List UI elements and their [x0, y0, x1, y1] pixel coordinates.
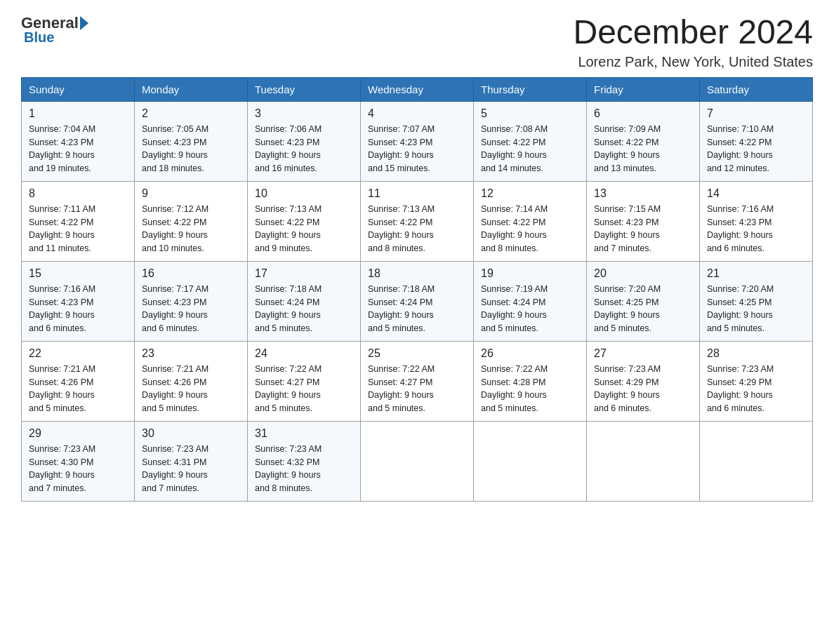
title-block: December 2024 Lorenz Park, New York, Uni… — [573, 14, 813, 70]
header-sunday: Sunday — [22, 77, 135, 101]
day-info: Sunrise: 7:23 AMSunset: 4:32 PMDaylight:… — [255, 443, 353, 495]
day-number: 24 — [255, 347, 353, 360]
day-number: 6 — [594, 107, 692, 120]
day-info: Sunrise: 7:20 AMSunset: 4:25 PMDaylight:… — [594, 283, 692, 335]
day-info: Sunrise: 7:13 AMSunset: 4:22 PMDaylight:… — [368, 203, 466, 255]
day-number: 29 — [29, 427, 127, 440]
day-number: 8 — [29, 187, 127, 200]
day-info: Sunrise: 7:21 AMSunset: 4:26 PMDaylight:… — [29, 363, 127, 415]
day-info: Sunrise: 7:23 AMSunset: 4:29 PMDaylight:… — [594, 363, 692, 415]
calendar-cell: 29Sunrise: 7:23 AMSunset: 4:30 PMDayligh… — [22, 421, 135, 501]
logo: General Blue — [21, 14, 90, 46]
day-number: 21 — [707, 267, 805, 280]
day-number: 2 — [142, 107, 240, 120]
day-info: Sunrise: 7:18 AMSunset: 4:24 PMDaylight:… — [255, 283, 353, 335]
calendar-cell — [361, 421, 474, 501]
day-number: 1 — [29, 107, 127, 120]
calendar-cell: 22Sunrise: 7:21 AMSunset: 4:26 PMDayligh… — [22, 341, 135, 421]
calendar-cell: 13Sunrise: 7:15 AMSunset: 4:23 PMDayligh… — [587, 181, 700, 261]
day-number: 5 — [481, 107, 579, 120]
calendar-table: SundayMondayTuesdayWednesdayThursdayFrid… — [21, 77, 813, 502]
day-info: Sunrise: 7:11 AMSunset: 4:22 PMDaylight:… — [29, 203, 127, 255]
header-tuesday: Tuesday — [248, 77, 361, 101]
calendar-cell: 1Sunrise: 7:04 AMSunset: 4:23 PMDaylight… — [22, 101, 135, 181]
day-info: Sunrise: 7:14 AMSunset: 4:22 PMDaylight:… — [481, 203, 579, 255]
day-number: 16 — [142, 267, 240, 280]
day-number: 31 — [255, 427, 353, 440]
day-info: Sunrise: 7:20 AMSunset: 4:25 PMDaylight:… — [707, 283, 805, 335]
day-number: 12 — [481, 187, 579, 200]
calendar-cell: 25Sunrise: 7:22 AMSunset: 4:27 PMDayligh… — [361, 341, 474, 421]
header-friday: Friday — [587, 77, 700, 101]
calendar-cell: 6Sunrise: 7:09 AMSunset: 4:22 PMDaylight… — [587, 101, 700, 181]
calendar-week-row: 1Sunrise: 7:04 AMSunset: 4:23 PMDaylight… — [22, 101, 813, 181]
calendar-cell: 23Sunrise: 7:21 AMSunset: 4:26 PMDayligh… — [135, 341, 248, 421]
header-saturday: Saturday — [700, 77, 813, 101]
day-number: 30 — [142, 427, 240, 440]
calendar-cell: 3Sunrise: 7:06 AMSunset: 4:23 PMDaylight… — [248, 101, 361, 181]
calendar-cell: 27Sunrise: 7:23 AMSunset: 4:29 PMDayligh… — [587, 341, 700, 421]
day-number: 9 — [142, 187, 240, 200]
calendar-cell: 7Sunrise: 7:10 AMSunset: 4:22 PMDaylight… — [700, 101, 813, 181]
calendar-header-row: SundayMondayTuesdayWednesdayThursdayFrid… — [22, 77, 813, 101]
calendar-cell: 28Sunrise: 7:23 AMSunset: 4:29 PMDayligh… — [700, 341, 813, 421]
day-number: 20 — [594, 267, 692, 280]
calendar-week-row: 15Sunrise: 7:16 AMSunset: 4:23 PMDayligh… — [22, 261, 813, 341]
day-info: Sunrise: 7:06 AMSunset: 4:23 PMDaylight:… — [255, 123, 353, 175]
calendar-cell: 24Sunrise: 7:22 AMSunset: 4:27 PMDayligh… — [248, 341, 361, 421]
day-number: 4 — [368, 107, 466, 120]
day-info: Sunrise: 7:16 AMSunset: 4:23 PMDaylight:… — [29, 283, 127, 335]
day-info: Sunrise: 7:21 AMSunset: 4:26 PMDaylight:… — [142, 363, 240, 415]
logo-arrow-icon — [80, 16, 88, 30]
day-info: Sunrise: 7:18 AMSunset: 4:24 PMDaylight:… — [368, 283, 466, 335]
day-number: 13 — [594, 187, 692, 200]
day-info: Sunrise: 7:23 AMSunset: 4:30 PMDaylight:… — [29, 443, 127, 495]
calendar-cell: 9Sunrise: 7:12 AMSunset: 4:22 PMDaylight… — [135, 181, 248, 261]
day-number: 26 — [481, 347, 579, 360]
day-number: 11 — [368, 187, 466, 200]
day-info: Sunrise: 7:16 AMSunset: 4:23 PMDaylight:… — [707, 203, 805, 255]
logo-blue-text: Blue — [24, 29, 54, 46]
header-thursday: Thursday — [474, 77, 587, 101]
day-info: Sunrise: 7:09 AMSunset: 4:22 PMDaylight:… — [594, 123, 692, 175]
calendar-week-row: 22Sunrise: 7:21 AMSunset: 4:26 PMDayligh… — [22, 341, 813, 421]
calendar-cell: 10Sunrise: 7:13 AMSunset: 4:22 PMDayligh… — [248, 181, 361, 261]
calendar-cell: 5Sunrise: 7:08 AMSunset: 4:22 PMDaylight… — [474, 101, 587, 181]
calendar-cell: 26Sunrise: 7:22 AMSunset: 4:28 PMDayligh… — [474, 341, 587, 421]
calendar-cell: 31Sunrise: 7:23 AMSunset: 4:32 PMDayligh… — [248, 421, 361, 501]
month-title: December 2024 — [573, 14, 813, 51]
day-number: 18 — [368, 267, 466, 280]
header-wednesday: Wednesday — [361, 77, 474, 101]
calendar-cell: 17Sunrise: 7:18 AMSunset: 4:24 PMDayligh… — [248, 261, 361, 341]
day-number: 27 — [594, 347, 692, 360]
day-info: Sunrise: 7:19 AMSunset: 4:24 PMDaylight:… — [481, 283, 579, 335]
calendar-cell — [587, 421, 700, 501]
day-number: 3 — [255, 107, 353, 120]
calendar-cell — [700, 421, 813, 501]
calendar-cell: 14Sunrise: 7:16 AMSunset: 4:23 PMDayligh… — [700, 181, 813, 261]
day-info: Sunrise: 7:17 AMSunset: 4:23 PMDaylight:… — [142, 283, 240, 335]
page-header: General Blue December 2024 Lorenz Park, … — [21, 14, 813, 70]
day-number: 7 — [707, 107, 805, 120]
day-info: Sunrise: 7:12 AMSunset: 4:22 PMDaylight:… — [142, 203, 240, 255]
calendar-cell: 4Sunrise: 7:07 AMSunset: 4:23 PMDaylight… — [361, 101, 474, 181]
calendar-cell: 8Sunrise: 7:11 AMSunset: 4:22 PMDaylight… — [22, 181, 135, 261]
calendar-cell: 19Sunrise: 7:19 AMSunset: 4:24 PMDayligh… — [474, 261, 587, 341]
day-number: 19 — [481, 267, 579, 280]
day-info: Sunrise: 7:04 AMSunset: 4:23 PMDaylight:… — [29, 123, 127, 175]
day-number: 17 — [255, 267, 353, 280]
day-info: Sunrise: 7:13 AMSunset: 4:22 PMDaylight:… — [255, 203, 353, 255]
calendar-cell: 11Sunrise: 7:13 AMSunset: 4:22 PMDayligh… — [361, 181, 474, 261]
calendar-week-row: 29Sunrise: 7:23 AMSunset: 4:30 PMDayligh… — [22, 421, 813, 501]
calendar-cell: 20Sunrise: 7:20 AMSunset: 4:25 PMDayligh… — [587, 261, 700, 341]
calendar-cell: 18Sunrise: 7:18 AMSunset: 4:24 PMDayligh… — [361, 261, 474, 341]
calendar-cell: 16Sunrise: 7:17 AMSunset: 4:23 PMDayligh… — [135, 261, 248, 341]
day-number: 23 — [142, 347, 240, 360]
day-info: Sunrise: 7:15 AMSunset: 4:23 PMDaylight:… — [594, 203, 692, 255]
calendar-cell — [474, 421, 587, 501]
calendar-week-row: 8Sunrise: 7:11 AMSunset: 4:22 PMDaylight… — [22, 181, 813, 261]
location-text: Lorenz Park, New York, United States — [573, 54, 813, 70]
day-info: Sunrise: 7:22 AMSunset: 4:28 PMDaylight:… — [481, 363, 579, 415]
day-info: Sunrise: 7:23 AMSunset: 4:31 PMDaylight:… — [142, 443, 240, 495]
day-number: 22 — [29, 347, 127, 360]
